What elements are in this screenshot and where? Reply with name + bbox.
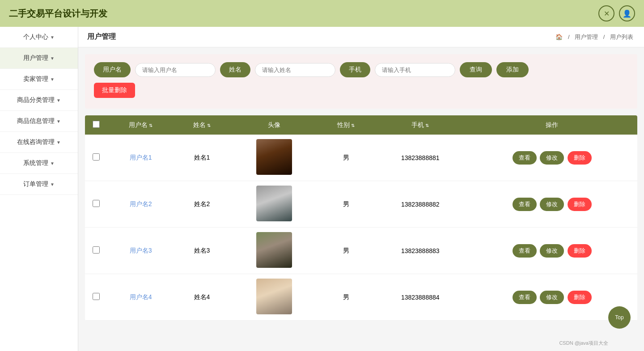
sidebar-item-order-management[interactable]: 订单管理 ▼ [0, 174, 78, 195]
sidebar-item-system-management[interactable]: 系统管理 ▼ [0, 153, 78, 174]
table-header-username[interactable]: 用户名⇅ [107, 115, 174, 135]
name-cell-4: 姓名4 [174, 274, 229, 321]
username-link-1[interactable]: 用户名1 [130, 154, 152, 161]
watermark: CSDN @java项目大全 [559, 340, 608, 347]
breadcrumb: 🏠 / 用户管理 / 用户列表 [554, 33, 635, 41]
sidebar-item-category-management[interactable]: 商品分类管理 ▼ [0, 90, 78, 111]
edit-button-1[interactable]: 修改 [540, 151, 564, 165]
phone-cell-3: 13823888883 [374, 228, 467, 274]
name-input[interactable] [255, 63, 335, 77]
phone-cell-2: 13823888882 [374, 181, 467, 228]
row-checkbox-1[interactable] [93, 153, 100, 161]
chevron-down-icon: ▼ [56, 119, 61, 124]
name-label: 姓名 [220, 62, 250, 77]
username-link-4[interactable]: 用户名4 [130, 293, 152, 300]
user-table-area: 用户名⇅ 姓名⇅ 头像 性别⇅ 手机⇅ 操作 [85, 115, 637, 321]
view-button-1[interactable]: 查看 [513, 151, 537, 165]
username-link-2[interactable]: 用户名2 [130, 200, 152, 207]
breadcrumb-home: 🏠 [555, 34, 563, 40]
delete-button-3[interactable]: 删除 [568, 244, 592, 258]
breadcrumb-sep1: / [568, 34, 570, 40]
back-to-top-button[interactable]: Top [608, 306, 631, 329]
username-label: 用户名 [94, 62, 131, 77]
page-title: 用户管理 [87, 32, 116, 42]
chevron-down-icon: ▼ [50, 35, 55, 40]
sidebar-label-user-management: 用户管理 [23, 54, 48, 62]
username-input[interactable] [135, 63, 216, 77]
sort-arrows-name: ⇅ [207, 123, 211, 128]
breadcrumb-section: 用户管理 [575, 34, 598, 40]
gender-cell-1: 男 [318, 135, 374, 181]
sidebar-item-user-management[interactable]: 用户管理 ▼ [0, 48, 78, 69]
close-icon[interactable]: ✕ [598, 5, 614, 21]
avatar-4 [256, 279, 292, 314]
chevron-down-icon: ▼ [50, 56, 55, 61]
chevron-down-icon: ▼ [50, 161, 55, 166]
sort-arrows-gender: ⇅ [351, 123, 355, 128]
sidebar-label-order-management: 订单管理 [23, 180, 48, 188]
filter-row-inputs: 用户名 姓名 手机 查询 添加 [94, 62, 628, 77]
username-link-3[interactable]: 用户名3 [130, 247, 152, 254]
back-to-top-label: Top [615, 314, 623, 321]
sidebar-item-seller-management[interactable]: 卖家管理 ▼ [0, 69, 78, 90]
avatar-2 [256, 186, 292, 221]
sidebar-label-product-management: 商品信息管理 [17, 117, 55, 125]
user-table: 用户名⇅ 姓名⇅ 头像 性别⇅ 手机⇅ 操作 [85, 115, 637, 321]
main-layout: 个人中心 ▼ 用户管理 ▼ 卖家管理 ▼ 商品分类管理 ▼ 商品信息管理 ▼ 在… [0, 27, 644, 351]
select-all-checkbox[interactable] [93, 121, 100, 128]
table-header-actions: 操作 [467, 115, 637, 135]
table-row: 用户名2姓名2男13823888882 查看 修改 删除 [85, 181, 637, 228]
main-content: 用户管理 🏠 / 用户管理 / 用户列表 用户名 姓名 手机 查询 添加 [78, 27, 644, 351]
user-icon[interactable]: 👤 [619, 5, 635, 21]
sidebar-label-category-management: 商品分类管理 [17, 96, 55, 104]
row-checkbox-4[interactable] [93, 293, 100, 300]
row-checkbox-3[interactable] [93, 246, 100, 254]
phone-input[interactable] [375, 63, 455, 77]
row-checkbox-2[interactable] [93, 200, 100, 207]
sidebar-label-seller-management: 卖家管理 [23, 75, 48, 83]
table-row: 用户名4姓名4男13823888884 查看 修改 删除 [85, 274, 637, 321]
table-header-row: 用户名⇅ 姓名⇅ 头像 性别⇅ 手机⇅ 操作 [85, 115, 637, 135]
gender-cell-4: 男 [318, 274, 374, 321]
view-button-2[interactable]: 查看 [513, 198, 537, 211]
chevron-down-icon: ▼ [56, 140, 61, 145]
page-header-bar: 用户管理 🏠 / 用户管理 / 用户列表 [78, 27, 644, 47]
batch-delete-button[interactable]: 批量删除 [94, 83, 135, 98]
sidebar: 个人中心 ▼ 用户管理 ▼ 卖家管理 ▼ 商品分类管理 ▼ 商品信息管理 ▼ 在… [0, 27, 78, 351]
header-icon-group: ✕ 👤 [598, 5, 635, 21]
filter-row-batch: 批量删除 [94, 83, 628, 98]
gender-cell-2: 男 [318, 181, 374, 228]
delete-button-4[interactable]: 删除 [568, 291, 592, 304]
sort-arrows-phone: ⇅ [425, 123, 429, 128]
sidebar-item-personal-center[interactable]: 个人中心 ▼ [0, 27, 78, 48]
sidebar-item-product-management[interactable]: 商品信息管理 ▼ [0, 111, 78, 132]
edit-button-2[interactable]: 修改 [540, 198, 564, 211]
add-button[interactable]: 添加 [496, 62, 529, 77]
sidebar-item-consult-management[interactable]: 在线咨询管理 ▼ [0, 132, 78, 153]
table-row: 用户名3姓名3男13823888883 查看 修改 删除 [85, 228, 637, 274]
name-cell-2: 姓名2 [174, 181, 229, 228]
table-header-name[interactable]: 姓名⇅ [174, 115, 229, 135]
view-button-4[interactable]: 查看 [513, 291, 537, 304]
sidebar-label-personal-center: 个人中心 [23, 33, 48, 41]
gender-cell-3: 男 [318, 228, 374, 274]
table-header-phone[interactable]: 手机⇅ [374, 115, 467, 135]
avatar-3 [256, 232, 292, 268]
edit-button-4[interactable]: 修改 [540, 291, 564, 304]
avatar-1 [256, 139, 292, 175]
table-header-avatar: 头像 [230, 115, 318, 135]
delete-button-1[interactable]: 删除 [568, 151, 592, 165]
table-row: 用户名1姓名1男13823888881 查看 修改 删除 [85, 135, 637, 181]
edit-button-3[interactable]: 修改 [540, 244, 564, 258]
view-button-3[interactable]: 查看 [513, 244, 537, 258]
table-header-gender[interactable]: 性别⇅ [318, 115, 374, 135]
sort-arrows-username: ⇅ [149, 123, 153, 128]
breadcrumb-sep2: / [603, 34, 605, 40]
table-header-checkbox [85, 115, 107, 135]
app-header: 二手交易平台设计与开发 ✕ 👤 [0, 0, 644, 27]
name-cell-1: 姓名1 [174, 135, 229, 181]
sidebar-label-system-management: 系统管理 [23, 159, 48, 167]
query-button[interactable]: 查询 [460, 62, 492, 77]
phone-cell-4: 13823888884 [374, 274, 467, 321]
delete-button-2[interactable]: 删除 [568, 198, 592, 211]
